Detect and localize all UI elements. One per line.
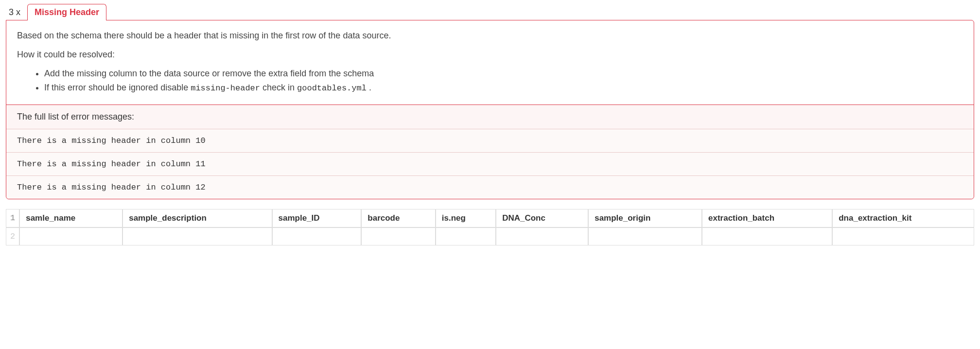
- row-number: 2: [6, 227, 19, 245]
- table-cell: [19, 227, 122, 245]
- table-row: 2: [6, 227, 974, 245]
- error-message: There is a missing header in column 10: [6, 129, 974, 152]
- table-cell: [588, 227, 702, 245]
- table-header-cell: sample_ID: [272, 209, 362, 227]
- data-table: 1 samle_name sample_description sample_I…: [6, 209, 974, 245]
- error-message: There is a missing header in column 12: [6, 175, 974, 199]
- table-header-cell: extraction_batch: [702, 209, 832, 227]
- resolution-list: Add the missing column to the data sourc…: [17, 67, 963, 95]
- error-description: Based on the schema there should be a he…: [6, 20, 974, 105]
- table-header-cell: samle_name: [19, 209, 122, 227]
- row-number: 1: [6, 209, 19, 227]
- table-header-cell: barcode: [361, 209, 436, 227]
- table-row: 1 samle_name sample_description sample_I…: [6, 209, 974, 227]
- table-header-cell: sample_origin: [588, 209, 702, 227]
- table-cell: [702, 227, 832, 245]
- table-cell: [122, 227, 272, 245]
- error-panel: Based on the schema there should be a he…: [6, 20, 974, 199]
- table-cell: [832, 227, 974, 245]
- resolution-item: Add the missing column to the data sourc…: [44, 67, 963, 80]
- error-header: 3 x Missing Header: [6, 4, 974, 20]
- error-description-text: Based on the schema there should be a he…: [17, 29, 963, 42]
- table-header-cell: sample_description: [122, 209, 272, 227]
- error-message: There is a missing header in column 11: [6, 152, 974, 175]
- error-tab[interactable]: Missing Header: [27, 4, 106, 20]
- resolution-item: If this error should be ignored disable …: [44, 81, 963, 95]
- table-cell: [436, 227, 496, 245]
- table-header-cell: is.neg: [436, 209, 496, 227]
- resolution-intro: How it could be resolved:: [17, 48, 963, 61]
- error-list-title: The full list of error messages:: [6, 105, 974, 129]
- table-header-cell: DNA_Conc: [496, 209, 588, 227]
- code-config-file: goodtables.yml: [297, 84, 367, 93]
- error-count: 3 x: [6, 5, 23, 19]
- table-cell: [496, 227, 588, 245]
- table-cell: [361, 227, 436, 245]
- table-cell: [272, 227, 362, 245]
- code-check-name: missing-header: [191, 84, 260, 93]
- table-header-cell: dna_extraction_kit: [832, 209, 974, 227]
